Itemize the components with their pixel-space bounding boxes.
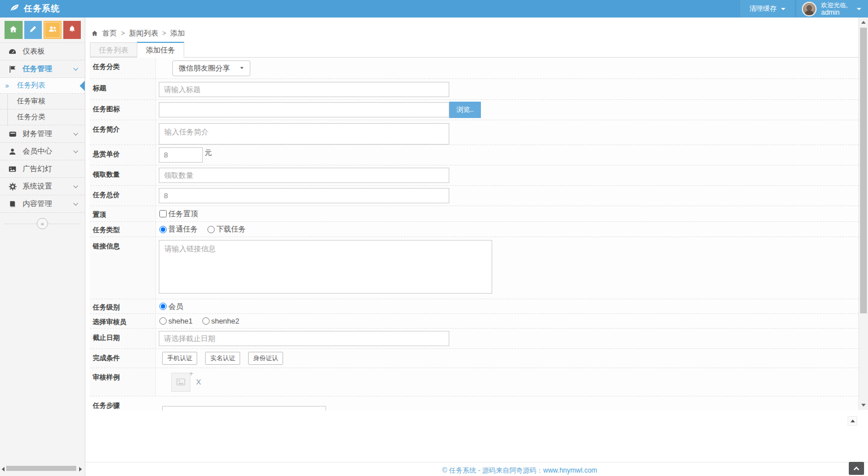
remove-sample-button[interactable]: X — [196, 378, 201, 386]
breadcrumb-separator: > — [121, 29, 125, 37]
sidebar-item-label: 会员中心 — [23, 146, 52, 156]
form-row-link-info: 链接信息 — [90, 237, 858, 299]
horizontal-scrollbar-thumb[interactable] — [6, 466, 76, 471]
total-price-input[interactable] — [159, 188, 449, 203]
download-task-radio[interactable] — [207, 226, 215, 233]
sidebar-horizontal-scrollbar — [0, 465, 84, 473]
clear-cache-button[interactable]: 清理缓存 — [740, 0, 795, 18]
pencil-icon — [29, 25, 37, 36]
normal-task-radio[interactable] — [159, 226, 167, 233]
form-row-pin: 置顶 任务置顶 — [90, 206, 858, 222]
footer-link[interactable]: www.hnymwl.com — [543, 466, 597, 474]
chevron-up-icon — [854, 467, 860, 473]
users-shortcut-button[interactable] — [44, 21, 62, 39]
add-task-form: 任务分类 微信朋友圈分享 标题 任务图标 浏览.. 任务简介 — [90, 58, 858, 411]
vertical-scrollbar-thumb[interactable] — [860, 28, 867, 313]
task-step-input[interactable] — [162, 406, 326, 411]
app-logo: 任务系统 — [9, 0, 60, 18]
realname-verify-button[interactable]: 实名认证 — [205, 352, 240, 365]
vertical-scrollbar — [858, 18, 868, 410]
breadcrumb-home[interactable]: 首页 — [102, 28, 117, 38]
field-label: 截止日期 — [90, 329, 156, 348]
shehe1-radio[interactable] — [159, 317, 167, 325]
unit-price-input[interactable] — [159, 147, 203, 163]
sidebar-item-content[interactable]: 内容管理 — [0, 195, 85, 213]
gear-icon — [8, 182, 17, 191]
form-row-intro: 任务简介 — [90, 120, 858, 145]
scroll-left-arrow[interactable] — [2, 467, 5, 471]
sidebar-item-label: 仪表板 — [23, 46, 45, 56]
footer: © 任务系统 - 源码来自阿奇源码：www.hnymwl.com — [85, 466, 868, 475]
field-label: 任务步骤 — [90, 396, 156, 411]
home-shortcut-button[interactable] — [5, 21, 23, 39]
field-label: 标题 — [90, 79, 156, 99]
tab-add-task[interactable]: 添加任务 — [137, 42, 184, 58]
sidebar-item-finance[interactable]: 财务管理 — [0, 125, 85, 143]
sidebar-item-task-list[interactable]: » 任务列表 — [0, 78, 85, 94]
phone-verify-button[interactable]: 手机认证 — [162, 352, 197, 365]
chevron-down-icon — [73, 130, 78, 135]
sidebar-item-task-management[interactable]: 任务管理 — [0, 60, 85, 78]
form-row-total-price: 任务总价 — [90, 186, 858, 206]
deadline-input[interactable] — [159, 331, 449, 346]
scroll-up-arrow[interactable] — [861, 21, 866, 24]
pin-task-checkbox-option[interactable]: 任务置顶 — [159, 209, 198, 219]
selected-option: 微信朋友圈分享 — [179, 63, 230, 73]
pin-task-checkbox[interactable] — [159, 210, 167, 217]
sidebar-item-members[interactable]: 会员中心 — [0, 143, 85, 160]
field-label: 任务简介 — [90, 120, 156, 145]
caret-down-icon — [781, 8, 785, 10]
scroll-right-arrow[interactable] — [79, 467, 82, 471]
breadcrumb-news-list[interactable]: 新闻列表 — [129, 28, 158, 38]
sidebar-item-label: 广告幻灯 — [23, 164, 52, 174]
browse-button[interactable]: 浏览.. — [449, 102, 481, 118]
task-type-normal-option[interactable]: 普通任务 — [159, 224, 198, 234]
app-title: 任务系统 — [24, 3, 60, 14]
task-type-download-option[interactable]: 下载任务 — [207, 224, 246, 234]
home-icon — [9, 25, 18, 36]
bell-shortcut-button[interactable] — [63, 21, 81, 39]
wallet-icon — [8, 130, 17, 138]
task-level-member-option[interactable]: 会员 — [159, 302, 183, 312]
reviewer-shenhe2-option[interactable]: shenhe2 — [202, 317, 240, 325]
reviewer-shehe1-option[interactable]: shehe1 — [159, 317, 193, 325]
sidebar-collapse-button[interactable]: « — [37, 218, 48, 229]
form-row-task-type: 任务类型 普通任务 下载任务 — [90, 222, 858, 237]
link-info-textarea[interactable] — [159, 240, 492, 294]
sidebar-item-task-review[interactable]: 任务审核 — [0, 94, 85, 110]
sidebar: 仪表板 任务管理 » 任务列表 任务审核 任务分类 财务管理 — [0, 18, 85, 476]
task-category-select[interactable]: 微信朋友圈分享 — [172, 60, 250, 76]
user-menu-button[interactable]: 欢迎光临, admin — [796, 0, 868, 18]
task-icon-input[interactable] — [159, 102, 449, 117]
sidebar-item-dashboard[interactable]: 仪表板 — [0, 43, 85, 60]
back-to-top-button[interactable] — [849, 462, 864, 475]
plus-icon: + — [189, 370, 193, 378]
dashboard-icon — [8, 47, 17, 56]
shenhe2-radio[interactable] — [202, 317, 210, 325]
member-level-radio[interactable] — [159, 303, 167, 310]
sidebar-item-label: 任务审核 — [17, 97, 45, 106]
task-intro-textarea[interactable] — [159, 123, 449, 145]
active-marker: » — [5, 82, 9, 90]
claim-count-input[interactable] — [159, 168, 449, 183]
sidebar-item-label: 内容管理 — [23, 199, 52, 209]
sidebar-item-system-settings[interactable]: 系统设置 — [0, 178, 85, 195]
chevron-down-icon — [73, 183, 78, 187]
title-input[interactable] — [159, 82, 449, 97]
sample-image-placeholder[interactable]: + — [171, 373, 190, 392]
unit-label: 元 — [205, 145, 212, 158]
edit-shortcut-button[interactable] — [24, 21, 42, 39]
sidebar-item-task-category[interactable]: 任务分类 — [0, 110, 85, 125]
sidebar-item-ad-slides[interactable]: 广告幻灯 — [0, 160, 85, 178]
id-verify-button[interactable]: 身份证认 — [248, 352, 283, 365]
chevron-down-icon — [73, 148, 78, 152]
sidebar-collapse-row: « — [0, 215, 85, 233]
scroll-top-mini-button[interactable] — [848, 416, 857, 426]
bell-icon — [68, 25, 76, 36]
breadcrumb-separator: > — [162, 29, 166, 37]
username: admin — [821, 8, 840, 16]
tab-task-list[interactable]: 任务列表 — [90, 42, 137, 57]
triangle-up-icon — [850, 420, 855, 422]
welcome-text: 欢迎光临, — [821, 2, 848, 8]
scroll-down-arrow[interactable] — [861, 404, 866, 407]
